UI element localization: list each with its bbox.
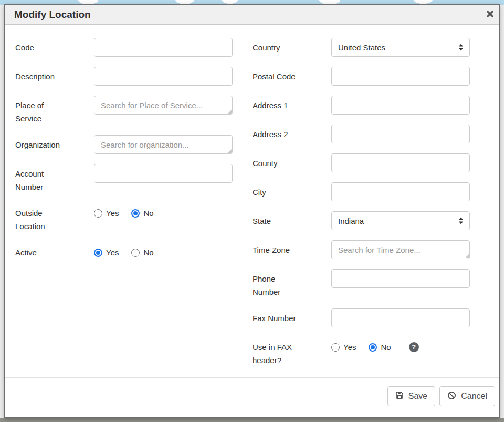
field-label-description: Description xyxy=(15,67,65,86)
form-col-left: CodeDescriptionPlace of ServiceOrganizat… xyxy=(15,38,253,377)
country-select-value: United States xyxy=(338,43,385,52)
radio-option-label: Yes xyxy=(106,209,119,218)
use-in-fax-header-radio-yes[interactable]: Yes xyxy=(331,343,356,352)
form-row-phone-number: Phone Number xyxy=(253,269,499,299)
form-row-address-2: Address 2 xyxy=(253,125,499,143)
state-select[interactable]: Indiana xyxy=(331,211,470,230)
place-of-service-search xyxy=(94,96,233,115)
field-label-use-in-fax-header: Use in FAX header? xyxy=(253,337,302,367)
field-label-state: State xyxy=(253,211,302,230)
form-row-address-1: Address 1 xyxy=(253,96,499,115)
field-label-time-zone: Time Zone xyxy=(253,240,302,259)
state-select-value: Indiana xyxy=(338,217,364,225)
outside-location-radio-no[interactable]: No xyxy=(131,209,153,218)
field-label-postal-code: Postal Code xyxy=(253,67,302,86)
form-row-fax-number: Fax Number xyxy=(253,308,499,327)
save-icon xyxy=(395,391,404,402)
select-arrows-icon xyxy=(459,218,463,224)
save-button-label: Save xyxy=(408,392,427,401)
time-zone-search xyxy=(331,240,470,259)
radio-option-label: Yes xyxy=(343,343,356,352)
address-2-input[interactable] xyxy=(331,125,470,143)
radio-option-label: No xyxy=(143,209,153,218)
form-row-use-in-fax-header: Use in FAX header?YesNo? xyxy=(253,337,499,367)
form-row-state: StateIndiana xyxy=(253,211,499,230)
organization-search-input[interactable] xyxy=(94,135,233,154)
form-row-place-of-service: Place of Service xyxy=(15,96,253,125)
field-label-active: Active xyxy=(15,243,65,262)
cancel-button-label: Cancel xyxy=(461,392,487,401)
field-label-account-number: Account Number xyxy=(15,164,65,193)
modal-footer: Save Cancel xyxy=(5,377,499,417)
modify-location-modal: Modify Location CodeDescriptionPlace of … xyxy=(4,4,500,418)
radio-unselected-icon xyxy=(331,343,340,352)
active-radio-yes[interactable]: Yes xyxy=(94,248,119,257)
place-of-service-search-input[interactable] xyxy=(94,96,233,115)
organization-search xyxy=(94,135,233,154)
form-col-right: CountryUnited StatesPostal CodeAddress 1… xyxy=(253,38,499,377)
resize-grip-icon[interactable] xyxy=(465,254,469,258)
use-in-fax-header-radio-group: YesNo? xyxy=(331,337,419,357)
radio-selected-icon xyxy=(131,209,140,218)
modal-title: Modify Location xyxy=(5,5,480,24)
field-label-code: Code xyxy=(15,38,65,57)
form-row-description: Description xyxy=(15,67,253,86)
select-arrows-icon xyxy=(459,44,463,51)
field-label-city: City xyxy=(253,182,302,201)
description-input[interactable] xyxy=(94,67,233,86)
modal-form: CodeDescriptionPlace of ServiceOrganizat… xyxy=(5,25,499,377)
radio-selected-icon xyxy=(94,249,102,257)
resize-grip-icon[interactable] xyxy=(228,110,232,114)
form-row-organization: Organization xyxy=(15,135,253,154)
postal-code-input[interactable] xyxy=(331,67,470,86)
use-in-fax-header-radio-no[interactable]: No xyxy=(369,343,391,352)
county-input[interactable] xyxy=(331,153,470,172)
active-radio-group: YesNo xyxy=(94,243,166,262)
city-input[interactable] xyxy=(331,182,470,201)
page-backdrop-bottom xyxy=(0,418,504,422)
close-button[interactable] xyxy=(480,5,499,24)
cancel-button[interactable]: Cancel xyxy=(439,386,495,406)
form-row-time-zone: Time Zone xyxy=(253,240,499,259)
time-zone-search-input[interactable] xyxy=(331,240,470,259)
form-row-postal-code: Postal Code xyxy=(253,67,499,86)
phone-number-input[interactable] xyxy=(331,269,470,288)
radio-option-label: No xyxy=(143,248,153,257)
field-label-fax-number: Fax Number xyxy=(253,308,302,327)
form-row-country: CountryUnited States xyxy=(253,38,499,57)
outside-location-radio-group: YesNo xyxy=(94,203,166,223)
form-row-county: County xyxy=(253,153,499,172)
field-label-organization: Organization xyxy=(15,135,65,154)
form-row-code: Code xyxy=(15,38,253,57)
radio-unselected-icon xyxy=(94,209,102,218)
account-number-input[interactable] xyxy=(94,164,233,183)
radio-selected-icon xyxy=(369,343,377,352)
save-button[interactable]: Save xyxy=(387,386,435,406)
code-input[interactable] xyxy=(94,38,233,57)
ban-icon xyxy=(447,391,456,402)
form-row-city: City xyxy=(253,182,499,201)
close-icon xyxy=(487,10,494,19)
field-label-outside-location: Outside Location xyxy=(15,203,65,233)
field-label-address-2: Address 2 xyxy=(253,125,302,143)
radio-option-label: No xyxy=(381,343,391,352)
country-select[interactable]: United States xyxy=(331,38,470,57)
form-row-active: ActiveYesNo xyxy=(15,243,253,262)
outside-location-radio-yes[interactable]: Yes xyxy=(94,209,119,218)
field-label-county: County xyxy=(253,153,302,172)
fax-number-input[interactable] xyxy=(331,308,470,327)
radio-unselected-icon xyxy=(131,249,140,257)
field-label-country: Country xyxy=(253,38,302,57)
radio-option-label: Yes xyxy=(106,248,119,257)
field-label-place-of-service: Place of Service xyxy=(15,96,65,125)
form-row-outside-location: Outside LocationYesNo xyxy=(15,203,253,233)
field-label-phone-number: Phone Number xyxy=(253,269,302,299)
resize-grip-icon[interactable] xyxy=(228,149,232,153)
modal-header: Modify Location xyxy=(5,5,499,25)
field-label-address-1: Address 1 xyxy=(253,96,302,115)
active-radio-no[interactable]: No xyxy=(131,248,153,257)
address-1-input[interactable] xyxy=(331,96,470,115)
form-row-account-number: Account Number xyxy=(15,164,253,193)
help-icon[interactable]: ? xyxy=(409,342,419,352)
